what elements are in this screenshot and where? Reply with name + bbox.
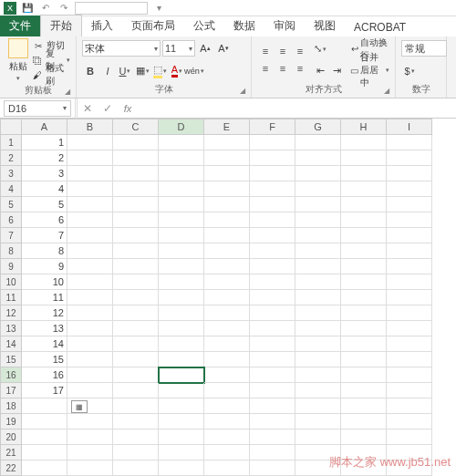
cell-D20[interactable] (159, 429, 204, 445)
cell-A13[interactable]: 13 (22, 321, 67, 336)
cell-A14[interactable]: 14 (22, 336, 67, 352)
cell-B14[interactable] (67, 336, 113, 352)
cell-D15[interactable] (159, 352, 204, 367)
row-header-9[interactable]: 9 (0, 259, 22, 274)
cell-E21[interactable] (204, 445, 250, 460)
cell-F22[interactable] (250, 460, 295, 476)
cell-B16[interactable] (67, 367, 113, 383)
cell-D17[interactable] (159, 383, 204, 398)
cell-D21[interactable] (159, 445, 204, 460)
cell-G5[interactable] (295, 197, 341, 212)
cell-C16[interactable] (113, 367, 159, 383)
cell-C1[interactable] (113, 135, 159, 150)
italic-button[interactable]: I (99, 63, 116, 79)
row-header-16[interactable]: 16 (0, 367, 22, 383)
cell-B13[interactable] (67, 321, 113, 336)
cell-D12[interactable] (159, 305, 204, 321)
paste-button[interactable]: 粘贴 ▾ (5, 38, 31, 82)
cell-F10[interactable] (250, 274, 295, 290)
cell-I14[interactable] (387, 336, 432, 352)
cell-H21[interactable] (341, 445, 387, 460)
cell-E3[interactable] (204, 166, 250, 181)
row-header-22[interactable]: 22 (0, 460, 22, 476)
cell-G4[interactable] (295, 181, 341, 197)
fx-button[interactable]: fx (118, 98, 138, 119)
cell-F12[interactable] (250, 305, 295, 321)
row-header-10[interactable]: 10 (0, 274, 22, 290)
cell-F13[interactable] (250, 321, 295, 336)
cell-G11[interactable] (295, 290, 341, 305)
cell-I12[interactable] (387, 305, 432, 321)
cell-F19[interactable] (250, 414, 295, 429)
cell-E15[interactable] (204, 352, 250, 367)
row-header-7[interactable]: 7 (0, 228, 22, 243)
decrease-indent-button[interactable]: ⇤ (312, 62, 328, 78)
cell-E12[interactable] (204, 305, 250, 321)
enter-button[interactable]: ✓ (98, 98, 118, 119)
cell-G10[interactable] (295, 274, 341, 290)
cell-B19[interactable] (67, 414, 113, 429)
cell-A6[interactable]: 6 (22, 212, 67, 228)
cell-A21[interactable] (22, 445, 67, 460)
cell-G19[interactable] (295, 414, 341, 429)
cell-H18[interactable] (341, 398, 387, 414)
cell-D8[interactable] (159, 243, 204, 259)
row-header-14[interactable]: 14 (0, 336, 22, 352)
qat-save-icon[interactable]: 💾 (20, 2, 35, 15)
cell-E10[interactable] (204, 274, 250, 290)
cell-E22[interactable] (204, 460, 250, 476)
cell-I3[interactable] (387, 166, 432, 181)
cell-C22[interactable] (113, 460, 159, 476)
row-header-3[interactable]: 3 (0, 166, 22, 181)
cell-C10[interactable] (113, 274, 159, 290)
cell-F21[interactable] (250, 445, 295, 460)
cell-C12[interactable] (113, 305, 159, 321)
tab-insert[interactable]: 插入 (82, 16, 122, 36)
cell-E11[interactable] (204, 290, 250, 305)
increase-font-button[interactable]: A▴ (197, 40, 213, 57)
cell-B20[interactable] (67, 429, 113, 445)
cell-C19[interactable] (113, 414, 159, 429)
cell-C21[interactable] (113, 445, 159, 460)
cell-I4[interactable] (387, 181, 432, 197)
cell-B6[interactable] (67, 212, 113, 228)
cell-H22[interactable] (341, 460, 387, 476)
cell-G2[interactable] (295, 150, 341, 166)
qat-input[interactable] (75, 2, 148, 15)
cell-A5[interactable]: 5 (22, 197, 67, 212)
decrease-font-button[interactable]: A▾ (215, 40, 232, 57)
cell-I6[interactable] (387, 212, 432, 228)
cell-H7[interactable] (341, 228, 387, 243)
cell-C2[interactable] (113, 150, 159, 166)
cell-D3[interactable] (159, 166, 204, 181)
cell-F11[interactable] (250, 290, 295, 305)
cell-D14[interactable] (159, 336, 204, 352)
row-header-20[interactable]: 20 (0, 429, 22, 445)
currency-button[interactable]: $ (401, 63, 418, 79)
cell-H1[interactable] (341, 135, 387, 150)
cell-B21[interactable] (67, 445, 113, 460)
cell-D19[interactable] (159, 414, 204, 429)
tab-page-layout[interactable]: 页面布局 (122, 16, 184, 36)
fill-color-button[interactable]: ⬚ (151, 63, 168, 79)
cell-H14[interactable] (341, 336, 387, 352)
cell-I10[interactable] (387, 274, 432, 290)
column-header-H[interactable]: H (341, 119, 387, 135)
cell-A2[interactable]: 2 (22, 150, 67, 166)
tab-data[interactable]: 数据 (224, 16, 264, 36)
cell-B7[interactable] (67, 228, 113, 243)
cell-D2[interactable] (159, 150, 204, 166)
cell-E2[interactable] (204, 150, 250, 166)
cell-B17[interactable] (67, 383, 113, 398)
tab-formulas[interactable]: 公式 (184, 16, 224, 36)
cell-B22[interactable] (67, 460, 113, 476)
cell-C9[interactable] (113, 259, 159, 274)
cell-G18[interactable] (295, 398, 341, 414)
column-header-D[interactable]: D (159, 119, 204, 135)
cell-I5[interactable] (387, 197, 432, 212)
cell-H9[interactable] (341, 259, 387, 274)
cell-D9[interactable] (159, 259, 204, 274)
cell-B3[interactable] (67, 166, 113, 181)
cell-I8[interactable] (387, 243, 432, 259)
select-all-corner[interactable] (0, 119, 22, 135)
